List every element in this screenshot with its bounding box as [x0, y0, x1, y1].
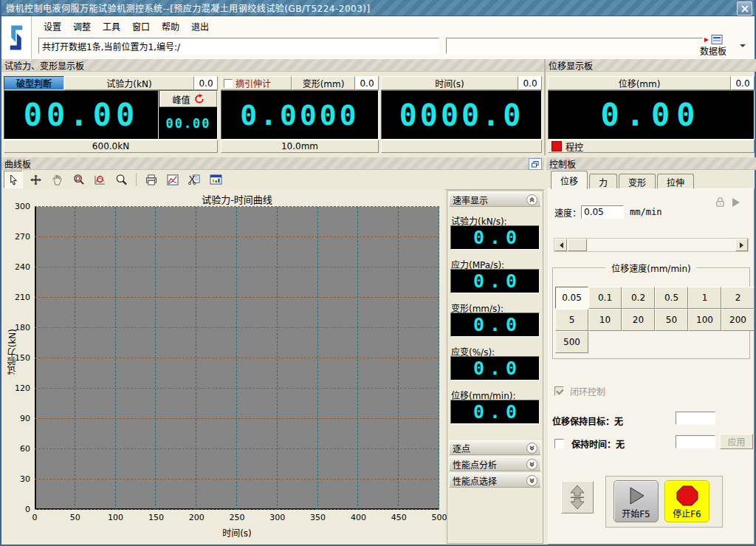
magnifier-icon [116, 174, 127, 185]
copy-curve-tool[interactable] [185, 171, 203, 188]
force-value-display: 00.00 [4, 91, 158, 139]
displacement-value-display: 0.00 [549, 91, 754, 139]
time-range-label [381, 140, 542, 153]
rate-panel: 速率显示 试验力(kN/s):0.0应力(MPa/s):0.0变形(mm/s):… [447, 190, 543, 544]
displacement-display-body: 0.00 [548, 90, 755, 140]
peak-button[interactable]: 峰值 [159, 91, 217, 107]
menu-item-4[interactable]: 窗口 [127, 18, 155, 34]
scrollbar-right-button[interactable] [735, 239, 748, 251]
collapse-up-button[interactable] [526, 194, 537, 205]
x-tick-label-450: 450 [388, 513, 410, 522]
left-arrow-icon [557, 242, 563, 248]
apply-button[interactable]: 应用 [720, 434, 753, 449]
print-tool[interactable] [142, 171, 160, 188]
hand-icon [52, 174, 63, 185]
chevron-up-icon [529, 197, 535, 203]
y-tick-label-150: 150 [8, 353, 30, 363]
hold-time-checkbox[interactable] [554, 439, 564, 448]
deform-channel-button[interactable]: 变形(mm) [292, 76, 355, 90]
rate-panel-titlebar[interactable]: 速率显示 [449, 192, 541, 207]
hold-target-label: 位移保持目标：无 [552, 414, 623, 427]
speed-option-0.1[interactable]: 0.1 [588, 287, 622, 309]
speed-option-100[interactable]: 100 [688, 309, 721, 331]
rate-display-2: 0.0 [450, 313, 540, 337]
speed-option-1[interactable]: 1 [688, 287, 721, 309]
curve-panel-header: 曲线板 [1, 157, 544, 170]
crosshair-tool[interactable] [27, 171, 44, 188]
pointer-tool[interactable] [4, 171, 23, 188]
crosshead-updown-button[interactable] [561, 481, 594, 513]
hold-time-input[interactable] [676, 435, 715, 448]
start-button[interactable]: 开始F5 [614, 480, 659, 522]
control-panel-title: 控制板 [549, 157, 576, 170]
expand-down-button-1[interactable] [526, 459, 537, 470]
closed-loop-checkbox[interactable] [554, 386, 564, 396]
y-tick-label-180: 180 [8, 323, 30, 332]
menu-item-6[interactable]: 退出 [186, 18, 214, 34]
menu-item-2[interactable]: 调整 [68, 18, 96, 34]
time-channel-button[interactable]: 时间(s) [381, 76, 518, 90]
displacement-channel-button[interactable]: 位移(mm) [548, 76, 731, 90]
speed-option-0.2[interactable]: 0.2 [622, 287, 655, 309]
speed-input[interactable] [581, 205, 624, 219]
scrollbar-left-button[interactable] [554, 239, 567, 251]
expand-down-button-2[interactable] [526, 475, 537, 486]
speed-option-10[interactable]: 10 [588, 309, 622, 331]
tab-变形[interactable]: 变形 [619, 174, 656, 189]
zoom-curve-tool[interactable] [91, 171, 109, 188]
peak-value-display: 00.00 [159, 107, 217, 139]
speed-option-20[interactable]: 20 [622, 309, 655, 331]
force-channel-button[interactable]: 试验力(kN) [64, 76, 194, 90]
menu-item-3[interactable]: 工具 [97, 18, 126, 34]
section-label-逐点: 逐点 [453, 442, 470, 454]
databoard-button[interactable]: 数据板 [693, 33, 734, 59]
tab-位移[interactable]: 位移 [551, 171, 588, 189]
speed-option-50[interactable]: 50 [655, 309, 688, 331]
force-range-label: 600.0kN [4, 140, 218, 153]
plot-region[interactable] [35, 207, 439, 510]
extensometer-checkbox[interactable] [224, 79, 233, 88]
section-逐点[interactable]: 逐点 [449, 440, 541, 455]
curve-style-tool[interactable] [164, 171, 182, 188]
printer-icon [145, 174, 157, 185]
zoom-box-tool[interactable] [69, 171, 87, 188]
speed-option-0.05[interactable]: 0.05 [555, 287, 588, 309]
close-button[interactable] [737, 1, 752, 16]
magnifier-tool[interactable] [112, 171, 130, 188]
peak-reset-icon[interactable] [194, 94, 205, 104]
section-性能点选择[interactable]: 性能点选择 [449, 473, 541, 488]
data-window-tool[interactable] [207, 171, 224, 188]
displacement-display-header: 位移(mm) 0.0 [548, 76, 755, 90]
pointer-icon [8, 174, 19, 185]
speed-option-2[interactable]: 2 [721, 287, 755, 309]
expand-down-button-0[interactable] [526, 443, 537, 454]
speed-option-0.5[interactable]: 0.5 [655, 287, 688, 309]
scrollbar-thumb[interactable] [568, 239, 587, 251]
menu-item-1[interactable]: 设置 [38, 18, 66, 34]
tab-力[interactable]: 力 [589, 174, 617, 189]
extensometer-toggle[interactable]: 摘引伸计 [221, 76, 292, 90]
section-性能点分析[interactable]: 性能点分析 [449, 457, 541, 471]
tab-拉伸[interactable]: 拉伸 [657, 174, 694, 189]
curve-restore-button[interactable] [529, 158, 542, 170]
curve-toolbar [1, 170, 544, 190]
speed-scrollbar[interactable] [554, 238, 749, 252]
break-detect-button[interactable]: 破型判断 [4, 76, 64, 90]
hold-target-input[interactable] [676, 412, 715, 425]
stop-button[interactable]: 停止F6 [664, 480, 709, 522]
databoard-dropdown-icon[interactable] [740, 44, 746, 50]
restore-icon [532, 161, 539, 168]
deform-value-display: 0.0000 [221, 91, 378, 139]
hold-time-label: 保持时间：无 [571, 437, 625, 450]
app-logo [1, 16, 32, 59]
y-tick-label-210: 210 [8, 293, 30, 302]
menu-item-5[interactable]: 帮助 [157, 18, 185, 34]
speed-option-500[interactable]: 500 [555, 331, 588, 353]
force-aux-value: 0.0 [194, 76, 218, 90]
speed-option-5[interactable]: 5 [555, 309, 588, 331]
pan-hand-tool[interactable] [48, 171, 66, 188]
deform-display-group: 摘引伸计 变形(mm) 0.0 0.0000 10.0mm [221, 76, 379, 153]
toolbar-row: 共打开数据1条,当前位置为1,编号:/ 数据板 [32, 35, 755, 58]
deform-display-header: 摘引伸计 变形(mm) 0.0 [221, 76, 379, 90]
speed-option-200[interactable]: 200 [721, 309, 755, 331]
